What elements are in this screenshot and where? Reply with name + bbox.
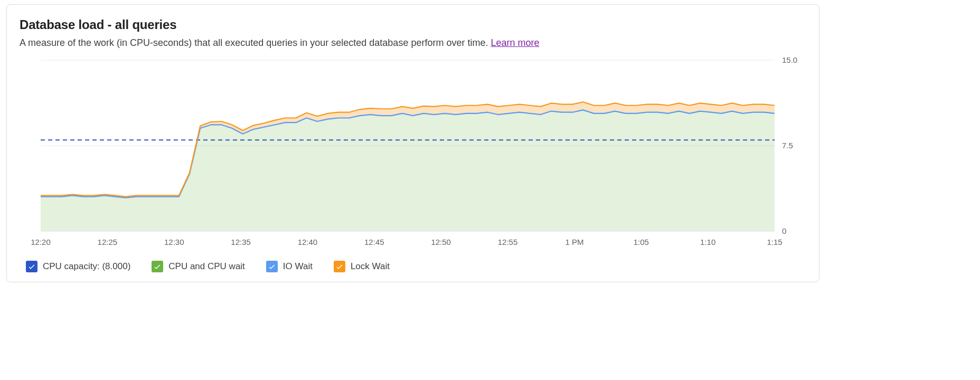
chart-card: Database load - all queries A measure of… — [6, 4, 819, 282]
learn-more-link[interactable]: Learn more — [491, 37, 539, 48]
legend-checkbox-icon — [26, 261, 37, 272]
checkmark-icon — [153, 262, 162, 271]
legend-label: IO Wait — [283, 261, 313, 272]
chart-legend: CPU capacity: (8.000) CPU and CPU wait I… — [20, 251, 806, 272]
svg-text:1:15: 1:15 — [767, 238, 782, 246]
chart-subtitle: A measure of the work (in CPU-seconds) t… — [20, 37, 806, 49]
svg-text:12:40: 12:40 — [298, 238, 318, 246]
svg-text:12:35: 12:35 — [231, 238, 251, 246]
svg-text:12:25: 12:25 — [98, 238, 118, 246]
legend-label: CPU and CPU wait — [168, 261, 245, 272]
chart-svg: 07.515.012:2012:2512:3012:3512:4012:4512… — [20, 56, 806, 251]
legend-checkbox-icon — [152, 261, 163, 272]
svg-text:12:30: 12:30 — [164, 238, 184, 246]
svg-text:12:45: 12:45 — [364, 238, 384, 246]
svg-text:1 PM: 1 PM — [565, 238, 583, 246]
svg-text:12:50: 12:50 — [431, 238, 451, 246]
svg-text:15.0: 15.0 — [782, 56, 797, 64]
svg-text:0: 0 — [782, 226, 786, 235]
checkmark-icon — [335, 262, 344, 271]
legend-checkbox-icon — [334, 261, 345, 272]
legend-label: CPU capacity: (8.000) — [43, 261, 130, 272]
svg-text:1:10: 1:10 — [700, 238, 715, 246]
page-title: Database load - all queries — [20, 17, 806, 32]
svg-text:12:55: 12:55 — [498, 238, 518, 246]
checkmark-icon — [27, 262, 36, 271]
checkmark-icon — [268, 262, 276, 271]
legend-item-cpu-wait[interactable]: CPU and CPU wait — [152, 261, 245, 272]
legend-item-io-wait[interactable]: IO Wait — [266, 261, 313, 272]
svg-text:12:20: 12:20 — [31, 238, 51, 246]
legend-label: Lock Wait — [351, 261, 390, 272]
chart-plot-area: 07.515.012:2012:2512:3012:3512:4012:4512… — [20, 56, 806, 251]
legend-item-lock-wait[interactable]: Lock Wait — [334, 261, 390, 272]
svg-text:7.5: 7.5 — [782, 141, 793, 150]
legend-item-cpu-capacity[interactable]: CPU capacity: (8.000) — [26, 261, 130, 272]
subtitle-text: A measure of the work (in CPU-seconds) t… — [20, 37, 491, 48]
legend-checkbox-icon — [266, 261, 278, 272]
svg-text:1:05: 1:05 — [634, 238, 649, 246]
